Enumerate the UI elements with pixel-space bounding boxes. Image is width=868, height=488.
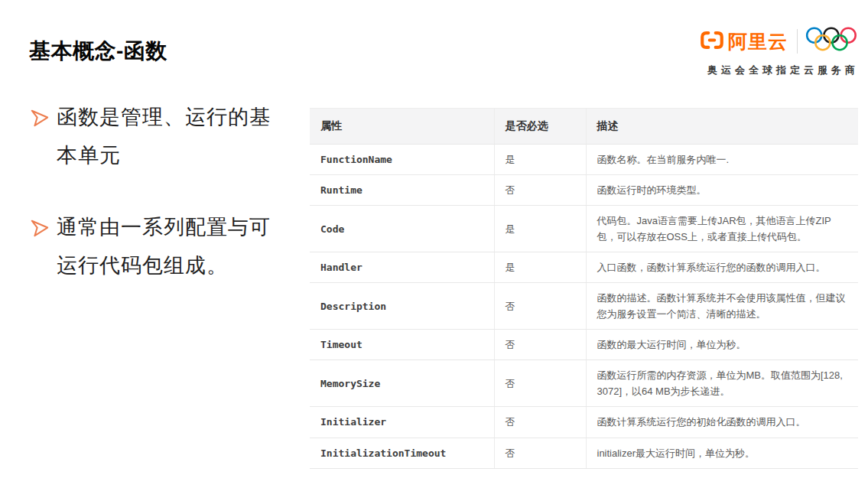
column-header-attribute: 属性 — [310, 109, 494, 145]
arrow-bullet-icon — [29, 218, 49, 241]
description-cell: initializer最大运行时间，单位为秒。 — [586, 438, 858, 468]
table-row: Timeout否函数的最大运行时间，单位为秒。 — [310, 330, 858, 360]
required-cell: 是 — [494, 145, 586, 175]
attribute-cell: Timeout — [310, 330, 494, 360]
attribute-cell: Initializer — [310, 407, 494, 438]
required-cell: 否 — [494, 175, 586, 206]
page-title: 基本概念-函数 — [29, 37, 167, 66]
description-cell: 函数运行时的环境类型。 — [586, 175, 858, 206]
brand-divider — [797, 29, 798, 54]
brand-block: 阿里云 奥运会全球指定云服务商 — [697, 26, 859, 77]
column-header-description: 描述 — [586, 109, 858, 145]
column-header-required: 是否必选 — [494, 109, 586, 145]
description-cell: 入口函数，函数计算系统运行您的函数的调用入口。 — [586, 252, 858, 283]
description-cell: 函数运行所需的内存资源，单位为MB。取值范围为[128, 3072]，以64 M… — [586, 360, 858, 407]
description-cell: 函数的最大运行时间，单位为秒。 — [586, 330, 858, 360]
brand-logo-text: 阿里云 — [728, 32, 788, 51]
table-row: MemorySize否函数运行所需的内存资源，单位为MB。取值范围为[128, … — [310, 360, 858, 407]
attribute-cell: Runtime — [310, 175, 494, 206]
function-properties-table: 属性 是否必选 描述 FunctionName是函数名称。在当前服务内唯一.Ru… — [310, 108, 858, 469]
required-cell: 是 — [494, 206, 586, 252]
olympic-rings-icon — [805, 26, 859, 57]
table-row: Description否函数的描述。函数计算系统并不会使用该属性值，但建议您为服… — [310, 283, 858, 330]
list-item: 函数是管理、运行的基本单元 — [29, 98, 289, 174]
required-cell: 否 — [494, 438, 586, 468]
attribute-cell: InitializationTimeout — [310, 438, 494, 468]
table-row: Runtime否函数运行时的环境类型。 — [310, 175, 858, 206]
table-row: FunctionName是函数名称。在当前服务内唯一. — [310, 145, 858, 175]
bullet-text: 函数是管理、运行的基本单元 — [57, 98, 283, 174]
table-row: Initializer否函数计算系统运行您的初始化函数的调用入口。 — [310, 407, 858, 438]
bullet-text: 通常由一系列配置与可运行代码包组成。 — [57, 208, 283, 285]
required-cell: 是 — [494, 252, 586, 283]
table-row: Handler是入口函数，函数计算系统运行您的函数的调用入口。 — [310, 252, 858, 283]
table-row: InitializationTimeout否initializer最大运行时间，… — [310, 438, 858, 468]
description-cell: 函数的描述。函数计算系统并不会使用该属性值，但建议您为服务设置一个简洁、清晰的描… — [586, 283, 858, 330]
required-cell: 否 — [494, 330, 586, 360]
required-cell: 否 — [494, 407, 586, 438]
brand-slogan: 奥运会全球指定云服务商 — [697, 63, 859, 77]
required-cell: 否 — [494, 360, 586, 407]
attribute-cell: MemorySize — [310, 360, 494, 407]
required-cell: 否 — [494, 283, 586, 330]
table-header-row: 属性 是否必选 描述 — [310, 109, 858, 145]
description-cell: 代码包。Java语言需要上传JAR包，其他语言上传ZIP包，可以存放在OSS上，… — [586, 206, 858, 252]
description-cell: 函数计算系统运行您的初始化函数的调用入口。 — [586, 407, 858, 438]
arrow-bullet-icon — [29, 108, 49, 131]
attribute-cell: Handler — [310, 252, 494, 283]
brand-row: 阿里云 — [697, 26, 859, 57]
attribute-cell: FunctionName — [310, 145, 494, 175]
alibaba-cloud-logo-icon — [699, 29, 725, 54]
list-item: 通常由一系列配置与可运行代码包组成。 — [29, 208, 289, 285]
attribute-cell: Code — [310, 206, 494, 252]
bullet-list: 函数是管理、运行的基本单元 通常由一系列配置与可运行代码包组成。 — [29, 98, 289, 318]
table-row: Code是代码包。Java语言需要上传JAR包，其他语言上传ZIP包，可以存放在… — [310, 206, 858, 252]
description-cell: 函数名称。在当前服务内唯一. — [586, 145, 858, 175]
attribute-cell: Description — [310, 283, 494, 330]
